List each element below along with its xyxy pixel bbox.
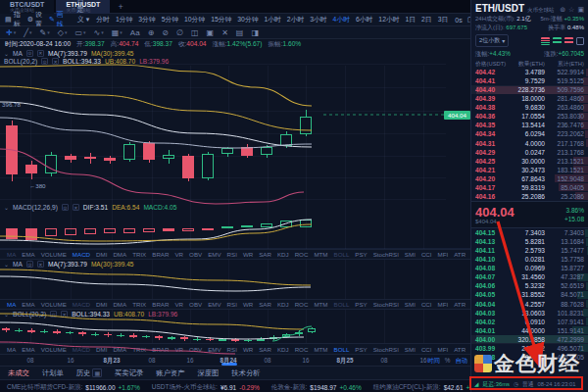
indicator-smi[interactable]: SMI — [402, 251, 418, 258]
time-axis[interactable]: 08168月2308168月2408168月250816时间%自动 — [0, 355, 470, 367]
indicator-trix[interactable]: TRIX — [129, 251, 149, 258]
indicator-obv[interactable]: OBV — [186, 346, 205, 353]
bottom-tab-买卖记录[interactable]: 买卖记录 — [115, 368, 143, 378]
indicator-stochrsi[interactable]: StochRSI — [370, 301, 402, 308]
book-mode-bids-icon[interactable] — [553, 37, 562, 45]
pane2-line-chart[interactable] — [0, 269, 470, 299]
ticker-item[interactable]: CME比特币期货CFD-新浪:$11966.00+1.67% — [7, 383, 140, 392]
scale-option-时间[interactable]: 时间 — [427, 357, 440, 366]
indicator-rsi[interactable]: RSI — [224, 301, 240, 308]
collapse-icon[interactable]: ⌄ — [4, 204, 9, 211]
measure-tool[interactable]: ◫ — [191, 28, 199, 37]
indicator-kdj[interactable]: KDJ — [274, 251, 292, 258]
indicator-kdj[interactable]: KDJ — [274, 301, 292, 308]
indicator-cci[interactable]: CCI — [418, 346, 435, 353]
scale-option-自动[interactable]: 自动 — [455, 357, 467, 366]
indicator-dma[interactable]: DMA — [110, 346, 129, 353]
ask-row[interactable]: 404.419.7529519.5125 — [471, 76, 588, 85]
indicator-smi[interactable]: SMI — [402, 301, 418, 308]
bid-row[interactable]: 404.0531.855284.5071 — [471, 290, 588, 299]
bid-row[interactable]: 404.026.0910107.9141 — [471, 318, 588, 326]
indicator-roc[interactable]: ROC — [292, 301, 312, 308]
indicator-brar[interactable]: BRAR — [149, 346, 172, 353]
indicator-boll[interactable]: BOLL — [331, 251, 353, 258]
ticker-item[interactable]: 纽约原油CFD(CL)-新浪:$42.61+0.85% — [373, 383, 470, 392]
indicator-macd[interactable]: MACD — [70, 301, 93, 308]
timeframe-分时[interactable]: 分时 — [96, 15, 110, 24]
indicator-ma[interactable]: MA — [4, 251, 19, 258]
pane3-candle-chart[interactable] — [0, 318, 470, 343]
indicator-stochrsi[interactable]: StochRSI — [370, 251, 402, 258]
bid-row[interactable]: 404.0313.0603101.8231 — [471, 309, 588, 318]
indicator-roc[interactable]: ROC — [292, 346, 312, 353]
indicator-atr[interactable]: ATR — [451, 346, 468, 353]
screenshot-tool[interactable]: ◨ — [251, 28, 259, 37]
magnet-tool[interactable]: ⊕ — [148, 28, 155, 37]
indicator-sar[interactable]: SAR — [256, 346, 274, 353]
timeframe-12小时[interactable]: 12小时 — [378, 15, 399, 24]
bid-row[interactable]: 404.0731.456047.3287 — [471, 272, 588, 281]
indicator-volume[interactable]: VOLUME — [38, 251, 70, 258]
timeframe-30分钟[interactable]: 30分钟 — [237, 15, 258, 24]
indicator-wr[interactable]: WR — [240, 251, 256, 258]
indicator-boll[interactable]: BOLL — [331, 346, 353, 353]
indicator-dma[interactable]: DMA — [110, 301, 129, 308]
indicator-mtm[interactable]: MTM — [311, 301, 330, 308]
indicator-volume[interactable]: VOLUME — [38, 301, 70, 308]
text-tool[interactable]: Aa — [130, 28, 140, 37]
bottom-tab-深度图[interactable]: 深度图 — [197, 368, 219, 378]
indicator-cci[interactable]: CCI — [418, 251, 435, 258]
bid-row[interactable]: 404.135.828113.1684 — [471, 237, 588, 246]
indicator-psy[interactable]: PSY — [352, 346, 369, 353]
timeframe-3小时[interactable]: 3小时 — [310, 15, 326, 24]
lock-tool[interactable]: ▣ — [207, 28, 215, 37]
pencil-tool[interactable]: ✎▾ — [40, 28, 50, 37]
bid-row[interactable]: 404.00320.3858472.2999 — [471, 335, 588, 344]
timeframe-2小时[interactable]: 2小时 — [287, 15, 304, 24]
indicator-kdj[interactable]: KDJ — [274, 346, 292, 353]
close-icon[interactable]: ✕ — [61, 311, 68, 318]
indicator-rsi[interactable]: RSI — [224, 346, 240, 353]
hide-tool[interactable]: ⊘ — [162, 28, 169, 37]
indicator-vr[interactable]: VR — [172, 346, 186, 353]
indicator-roc[interactable]: ROC — [292, 251, 312, 258]
timeframe-1小时[interactable]: 1小时 — [264, 15, 280, 24]
indicator-atr[interactable]: ATR — [451, 251, 468, 258]
bottom-tab-账户资产[interactable]: 账户资产 — [156, 368, 184, 378]
rectangle-tool[interactable]: ▭▾ — [74, 28, 85, 37]
collapse-icon[interactable]: ⌄ — [4, 50, 9, 57]
indicator-vr[interactable]: VR — [172, 251, 186, 258]
main-candle-chart[interactable] — [0, 66, 470, 203]
bottom-tab-计划单[interactable]: 计划单 — [42, 368, 64, 378]
bid-row[interactable]: 404.065.323252.6519 — [471, 281, 588, 290]
indicator-sar[interactable]: SAR — [256, 301, 274, 308]
history-filter-icon[interactable]: ▦ — [92, 368, 102, 377]
indicator-sar[interactable]: SAR — [256, 251, 274, 258]
indicator-boll[interactable]: BOLL — [331, 301, 353, 308]
add-tab-button[interactable]: + — [112, 2, 128, 12]
bid-row[interactable]: 404.0144.0000151.9141 — [471, 326, 588, 335]
eye-icon[interactable]: ⊙ — [26, 50, 33, 57]
indicator-ema[interactable]: EMA — [19, 251, 37, 258]
ask-row[interactable]: 404.2130.2473183.1521 — [471, 166, 588, 174]
indicator-emv[interactable]: EMV — [205, 251, 223, 258]
timeframe-4小时[interactable]: 4小时 — [333, 15, 350, 24]
bottom-tab-技术分析[interactable]: 技术分析 — [231, 368, 260, 378]
indicator-brar[interactable]: BRAR — [149, 251, 172, 258]
indicator-macd[interactable]: MACD — [70, 346, 93, 353]
eye-icon[interactable]: ⊙ — [62, 204, 69, 211]
close-icon[interactable]: ✕ — [37, 261, 44, 268]
indicator-volume[interactable]: VOLUME — [38, 346, 70, 353]
close-icon[interactable]: ✕ — [37, 50, 44, 57]
indicator-trix[interactable]: TRIX — [129, 346, 149, 353]
indicator-smi[interactable]: SMI — [402, 346, 418, 353]
ask-row[interactable]: 404.1625.208625.2086 — [471, 192, 588, 201]
timeframe-10分钟[interactable]: 10分钟 — [184, 15, 205, 24]
indicator-wr[interactable]: WR — [240, 346, 256, 353]
ticker-item[interactable]: USDT场外-火币全球站:¥6.91-0.29% — [152, 383, 260, 392]
ask-row[interactable]: 404.290.0247213.1768 — [471, 148, 588, 157]
shape-tool[interactable]: ◇▾ — [58, 28, 68, 37]
indicator-psy[interactable]: PSY — [352, 301, 369, 308]
crosshair-tool[interactable]: ✛▾ — [6, 28, 16, 37]
close-icon[interactable]: ✕ — [73, 204, 79, 211]
